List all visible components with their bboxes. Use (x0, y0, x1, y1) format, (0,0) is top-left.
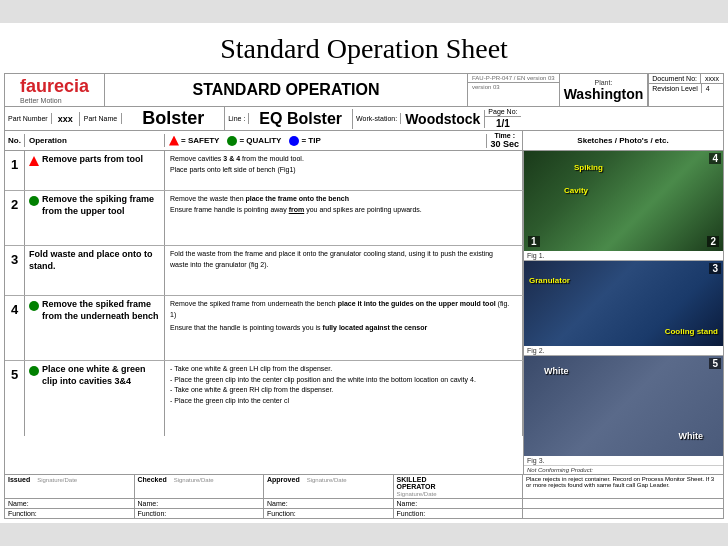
func-2: Function: (135, 509, 265, 518)
doc-number-block: Document No: xxxx Revision Level 4 (648, 74, 723, 106)
op-title-1: Remove parts from tool (25, 151, 165, 190)
photo-3-white-label2: White (679, 431, 704, 441)
photo-3-num5: 5 (709, 358, 721, 369)
photo-2: 3 Granulator Cooling stand Fig 2. (524, 261, 723, 356)
quality-icon (227, 136, 237, 146)
op4-quality-icon (29, 301, 39, 311)
op5-quality-icon (29, 366, 39, 376)
op-desc-3: Fold the waste from the frame and place … (165, 246, 523, 295)
op-desc-2: Remove the waste then place the frame on… (165, 191, 523, 245)
time-cell: Time : 30 Sec (487, 131, 523, 150)
op-row-5: 5 Place one white & green clip into cavi… (5, 361, 523, 436)
safety-icon (169, 136, 179, 146)
op-row-4: 4 Remove the spiked frame from the under… (5, 296, 523, 361)
footer-sig-row: Issued Signature/Date Checked Signature/… (5, 474, 723, 498)
line-label: Line : (225, 113, 249, 124)
part-number-value: xxx (52, 112, 80, 126)
op-desc-4: Remove the spiked frame from underneath … (165, 296, 523, 360)
photo-3-img: 5 White White (524, 356, 723, 456)
name-5 (523, 499, 723, 508)
func-4: Function: (394, 509, 524, 518)
op-num-5: 5 (5, 361, 25, 436)
op-row-1: 1 Remove parts from tool Remove cavities… (5, 151, 523, 191)
photo-2-cooling-label: Cooling stand (665, 327, 718, 336)
photo-1-num2: 2 (707, 236, 719, 247)
photo-2-img: 3 Granulator Cooling stand (524, 261, 723, 346)
std-op-label: STANDARD OPERATION (105, 74, 468, 106)
col-legend: = SAFETY = QUALITY = TIP (165, 134, 487, 148)
photo-1-cavity-label: Cavity (564, 186, 588, 195)
op-num-2: 2 (5, 191, 25, 245)
photo-1-fig-label: Fig 1. (524, 251, 723, 260)
photo-1-img: 4 Spiking Cavity 1 2 (524, 151, 723, 251)
name-row: Name: Name: Name: Name: (5, 498, 723, 508)
photo-1-spiking-label: Spiking (574, 163, 603, 172)
bolster-value: Bolster (122, 107, 225, 130)
photo-1-num1: 1 (528, 236, 540, 247)
name-3: Name: (264, 499, 394, 508)
op-title-5: Place one white & green clip into caviti… (25, 361, 165, 436)
op-title-2: Remove the spiking frame from the upper … (25, 191, 165, 245)
part-number-label: Part Number (5, 113, 52, 124)
part-name-label: Part Name (80, 113, 122, 124)
photo-3-fig-label: Fig 3. (524, 456, 723, 465)
op-row-2: 2 Remove the spiking frame from the uppe… (5, 191, 523, 246)
footer-checked: Checked Signature/Date (135, 475, 265, 498)
page-number-cell: Page No: 1/1 (485, 107, 520, 130)
footer-reject: Place rejects in reject container. Recor… (523, 475, 723, 498)
op1-safety-icon (29, 156, 39, 166)
woodstock-value: Woodstock (401, 110, 485, 128)
page-title: Standard Operation Sheet (0, 23, 728, 73)
photo-3-white-label1: White (544, 366, 569, 376)
name-4: Name: (394, 499, 524, 508)
photo-2-fig-label: Fig 2. (524, 346, 723, 355)
workstation-label: Work-station: (353, 113, 401, 124)
name-2: Name: (135, 499, 265, 508)
logo: faurecia Better Motion (5, 74, 105, 106)
func-5 (523, 509, 723, 518)
tip-legend: = TIP (289, 136, 320, 146)
op-num-4: 4 (5, 296, 25, 360)
eq-bolster-value: EQ Bolster (249, 109, 353, 129)
photo-2-granulator-label: Granulator (529, 276, 570, 285)
footer-approved: Approved Signature/Date (264, 475, 394, 498)
op-desc-1: Remove cavities 3 & 4 from the mould too… (165, 151, 523, 190)
photo-1: 4 Spiking Cavity 1 2 Fig 1. (524, 151, 723, 261)
not-conforming-label: Not Conforming Product: (524, 465, 723, 474)
op-desc-5: - Take one white & green LH clip from th… (165, 361, 523, 436)
function-row: Function: Function: Function: Function: (5, 508, 723, 518)
op-num-3: 3 (5, 246, 25, 295)
col-operation-header: Operation (25, 134, 165, 147)
footer-skilled: SKILLED OPERATOR Signature/Date (394, 475, 524, 498)
photo-2-num3: 3 (709, 263, 721, 274)
func-1: Function: (5, 509, 135, 518)
col-sketches-header: Sketches / Photo's / etc. (523, 134, 723, 147)
op-num-1: 1 (5, 151, 25, 190)
name-1: Name: (5, 499, 135, 508)
photo-3: 5 White White Fig 3. Not Conforming Prod… (524, 356, 723, 474)
tip-icon (289, 136, 299, 146)
op-title-4: Remove the spiked frame from the underne… (25, 296, 165, 360)
quality-legend: = QUALITY (227, 136, 281, 146)
op2-quality-icon (29, 196, 39, 206)
op-title-3: Fold waste and place onto to stand. (25, 246, 165, 295)
op-row-3: 3 Fold waste and place onto to stand. Fo… (5, 246, 523, 296)
col-no-header: No. (5, 134, 25, 147)
plant-cell: Plant: Washington (560, 74, 649, 106)
safety-legend: = SAFETY (169, 136, 219, 146)
footer-issued: Issued Signature/Date (5, 475, 135, 498)
func-3: Function: (264, 509, 394, 518)
sketch-panel: 4 Spiking Cavity 1 2 Fig 1. (523, 151, 723, 474)
photo-1-num4: 4 (709, 153, 721, 164)
